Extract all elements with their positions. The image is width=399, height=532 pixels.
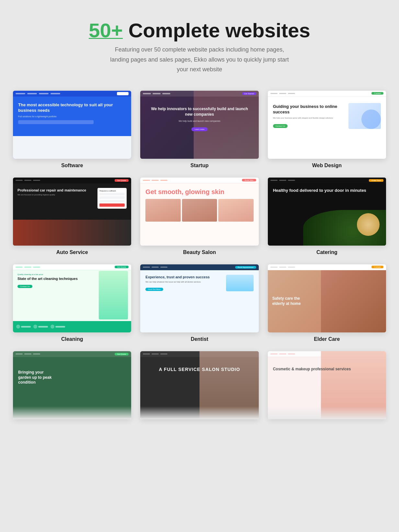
nav-item [288,267,295,268]
cta-btn: Learn more [191,127,208,131]
nav-item [33,353,40,354]
hero-content: Experience, trust and proven success We … [140,270,258,296]
preview-body: Full solutions for a lightweight portfol… [18,115,126,118]
cta-btn: Find Out More [145,288,163,291]
nav-item [288,353,295,354]
preview-heading: Professional car repair and maintenance [17,188,94,192]
preview-eldercare[interactable]: Contact Safety care the elderly at home [268,264,386,332]
footer-item [33,325,48,329]
card-catering[interactable]: Order Now Healthy food delivered to your… [268,178,386,255]
nav-item [270,93,278,94]
hero-content: Professional car repair and maintenance … [13,183,131,213]
people-image [321,270,386,332]
footer-icon [33,325,37,329]
card-salon[interactable]: A FULL SERVICE SALON STUDIO [140,351,258,419]
text-side: Professional car repair and maintenance … [17,188,94,196]
hero-content: The most accessible technology to suit a… [13,97,131,127]
form-field [99,193,125,195]
card-label: Software [61,163,83,168]
footer-item [16,325,31,329]
preview-garden[interactable]: Get Quote Bringing your garden up to pea… [13,351,131,419]
card-cleaning[interactable]: Get Quote Quality cleaning at a fair pri… [13,264,131,342]
cta-btn: Contact Us [17,285,32,288]
card-software[interactable]: The most accessible technology to suit a… [13,91,131,168]
nav-item [152,353,159,354]
nav-item [16,267,23,268]
form-field [99,196,125,199]
preview-salon[interactable]: A FULL SERVICE SALON STUDIO [140,351,258,419]
nav-item [160,267,167,268]
preview-catering[interactable]: Order Now Healthy food delivered to your… [268,178,386,246]
preview-heading: Experience, trust and proven success [145,275,222,279]
card-eldercare[interactable]: Contact Safety care the elderly at home … [268,264,386,342]
nav-item [279,180,286,181]
preview-heading: The most accessible technology to suit a… [18,102,126,113]
card-label: Dentist [191,336,208,342]
card-label: Elder Care [314,336,340,342]
preview-startup[interactable]: Get Started We help innovators to succes… [140,91,258,159]
nav-item [143,93,151,94]
hero-section: 50+ Complete websites Featuring over 50 … [13,19,386,75]
hero-content: Bringing your garden up to peak conditio… [13,357,131,398]
hero-content: Get smooth, glowing skin [140,183,258,226]
face-img [145,199,180,222]
photo-strip [145,199,253,222]
footer-icon [51,325,54,329]
card-label: Beauty Salon [183,249,216,255]
face-img [182,199,217,222]
nav-bar: Get Quote [13,178,131,183]
card-makeup[interactable]: Shop Now Cosmetic & makeup professional … [268,351,386,419]
nav-bar: Book Appointment [140,264,258,270]
nav-btn: Book Appointment [235,266,256,269]
nav-item [143,180,150,181]
card-dentist[interactable]: Book Appointment Experience, trust and p… [140,264,258,342]
preview-beauty[interactable]: Book Now Get smooth, glowing skin [140,178,258,246]
food-image [303,210,386,246]
preview-body: We help build and launch new companies [147,120,252,122]
preview-heading: A FULL SERVICE SALON STUDIO [145,367,253,372]
nav-btn: Contact [371,266,383,268]
nav-btn: Contact [371,92,383,95]
hero-content: We help innovators to successfully build… [140,97,258,134]
website-grid: The most accessible technology to suit a… [13,91,386,419]
preview-heading: Bringing your garden up to peak conditio… [18,370,57,385]
hero-subtitle: Featuring over 50 complete website packs… [106,45,293,75]
card-webdesign[interactable]: Contact Guiding your business to online … [268,91,386,168]
nav-bar: Contact [268,91,386,97]
text-side: Guiding your business to online success … [273,104,345,128]
card-startup[interactable]: Get Started We help innovators to succes… [140,91,258,168]
nav-item [270,180,278,181]
nav-btn: Get Quote [115,179,129,182]
nav-bar: Get Quote [13,264,131,270]
nav-item [24,180,31,181]
nav-item [288,180,295,181]
card-garden[interactable]: Get Quote Bringing your garden up to pea… [13,351,131,419]
preview-software[interactable]: The most accessible technology to suit a… [13,91,131,159]
workers-image [13,220,131,246]
bottom-section [13,136,131,159]
card-auto[interactable]: Get Quote Professional car repair and ma… [13,178,131,255]
hero-content: Guiding your business to online success … [268,97,386,135]
hero-content: A FULL SERVICE SALON STUDIO [140,357,258,382]
nav-item [160,353,167,354]
preview-heading: Get smooth, glowing skin [145,188,253,196]
footer-bar [13,321,131,332]
nav-item [279,93,286,94]
hero-content: Healthy food delivered to your door in m… [268,183,386,201]
nav-item [39,93,49,94]
hero-title: 50+ Complete websites [13,19,386,41]
preview-makeup[interactable]: Shop Now Cosmetic & makeup professional … [268,351,386,419]
preview-cleaning[interactable]: Get Quote Quality cleaning at a fair pri… [13,264,131,332]
nav-item [279,353,286,354]
nav-item [153,93,161,94]
preview-webdesign[interactable]: Contact Guiding your business to online … [268,91,386,159]
preview-heading: Guiding your business to online success [273,104,345,115]
hero-image [348,103,381,129]
nav-btn: Book Now [242,179,256,181]
nav-btn: Get Quote [115,266,129,268]
nav-btn: Order Now [369,179,383,182]
footer-item [51,325,65,329]
preview-auto[interactable]: Get Quote Professional car repair and ma… [13,178,131,246]
card-beauty[interactable]: Book Now Get smooth, glowing skin Beauty… [140,178,258,255]
preview-dentist[interactable]: Book Appointment Experience, trust and p… [140,264,258,332]
